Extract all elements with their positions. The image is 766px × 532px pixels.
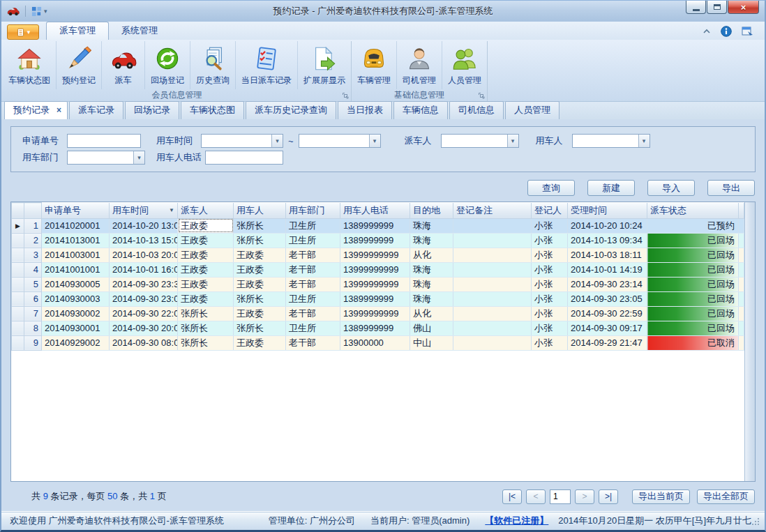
column-header-user[interactable]: 用车人 [234, 203, 286, 219]
user-combo[interactable]: ▾ [572, 134, 650, 148]
cell-accept-time[interactable]: 2014-09-30 23:05 [568, 291, 647, 306]
cell-destination[interactable]: 从化 [410, 306, 453, 321]
row-selector-cell[interactable] [12, 233, 24, 248]
table-row[interactable]: 6 20140930003 2014-09-30 23:00 王政委 张所长 卫… [12, 291, 744, 306]
cell-accept-time[interactable]: 2014-09-30 23:14 [568, 277, 647, 291]
dialog-launcher-icon[interactable] [478, 92, 485, 99]
cell-use-time[interactable]: 2014-09-30 08:00 [110, 335, 178, 350]
cell-phone[interactable]: 13900000 [340, 335, 410, 350]
cell-accept-time[interactable]: 2014-09-30 09:17 [568, 321, 647, 335]
cell-phone[interactable]: 1389999999 [340, 218, 410, 233]
query-button[interactable]: 查询 [527, 180, 575, 196]
chevron-down-icon[interactable]: ▾ [507, 135, 518, 147]
ribbon-tab-system[interactable]: 系统管理 [109, 22, 170, 40]
cell-accept-time[interactable]: 2014-10-20 10:24 [568, 218, 647, 233]
next-page-button[interactable]: > [575, 489, 594, 504]
layout-grid-button[interactable]: ▾ [31, 6, 47, 17]
ribbon-button-driver-manage[interactable]: 司机管理 [397, 41, 442, 89]
use-time-to-input[interactable] [299, 135, 369, 147]
cell-user[interactable]: 张所长 [234, 218, 286, 233]
status-cell[interactable]: 已回场 [647, 262, 739, 277]
cell-phone[interactable]: 1389999999 [340, 321, 410, 335]
prev-page-button[interactable]: < [526, 489, 546, 504]
close-button[interactable]: × [728, 1, 759, 14]
cell-use-time[interactable]: 2014-09-30 23:00 [110, 291, 178, 306]
user-input[interactable] [573, 135, 638, 147]
ribbon-button-vehicle-status[interactable]: 车辆状态图 [3, 41, 57, 89]
status-cell[interactable]: 已回场 [647, 321, 739, 335]
column-header-use-time[interactable]: 用车时间▼ [110, 203, 178, 219]
cell-destination[interactable]: 中山 [410, 335, 453, 350]
cell-phone[interactable]: 1389999999 [340, 233, 410, 248]
chevron-down-icon[interactable]: ▾ [271, 135, 283, 147]
cell-dispatcher[interactable]: 王政委 [178, 291, 234, 306]
row-selector-cell[interactable] [12, 306, 24, 321]
chevron-down-icon[interactable]: ▾ [133, 151, 144, 164]
cell-order-no[interactable]: 20140929002 [42, 335, 110, 350]
cell-dispatcher[interactable]: 王政委 [178, 233, 234, 248]
cell-user[interactable]: 王政委 [234, 248, 286, 262]
column-header-remark[interactable]: 登记备注 [453, 203, 532, 219]
cell-phone[interactable]: 13999999999 [340, 277, 410, 291]
cell-accept-time[interactable]: 2014-10-01 14:19 [568, 262, 647, 277]
cell-user[interactable]: 王政委 [234, 277, 286, 291]
ribbon-button-personnel-manage[interactable]: 人员管理 [442, 41, 487, 89]
cell-user[interactable]: 王政委 [234, 262, 286, 277]
cell-destination[interactable]: 珠海 [410, 291, 453, 306]
cell-accept-time[interactable]: 2014-10-03 18:11 [568, 248, 647, 262]
cell-order-no[interactable]: 20140930005 [42, 277, 110, 291]
column-header-order-no[interactable]: 申请单号 [42, 203, 110, 219]
export-button[interactable]: 导出 [707, 180, 755, 196]
column-header-accept-time[interactable]: 受理时间 [568, 203, 647, 219]
dept-combo[interactable]: ▾ [67, 151, 145, 165]
cell-user[interactable]: 张所长 [234, 321, 286, 335]
row-selector-cell[interactable] [12, 321, 24, 335]
cell-remark[interactable] [453, 277, 532, 291]
cell-registrar[interactable]: 小张 [532, 306, 568, 321]
cell-remark[interactable] [453, 321, 532, 335]
cell-dispatcher[interactable]: 王政委 [178, 218, 234, 233]
cell-registrar[interactable]: 小张 [532, 262, 568, 277]
status-cell[interactable]: 已取消 [647, 335, 739, 350]
doc-tab-personnel-manage[interactable]: 人员管理 [505, 101, 560, 119]
table-row[interactable]: 3 20141003001 2014-10-03 20:00 王政委 王政委 老… [12, 248, 744, 262]
use-time-from-input[interactable] [202, 135, 271, 147]
export-all-pages-button[interactable]: 导出全部页 [697, 489, 755, 504]
row-selector-cell[interactable] [12, 248, 24, 262]
status-cell[interactable]: 已回场 [647, 248, 739, 262]
cell-remark[interactable] [453, 306, 532, 321]
cell-use-time[interactable]: 2014-10-03 20:00 [110, 248, 178, 262]
cell-destination[interactable]: 珠海 [410, 262, 453, 277]
doc-tab-history-query[interactable]: 派车历史记录查询 [246, 101, 336, 119]
status-cell[interactable]: 已回场 [647, 306, 739, 321]
dept-input[interactable] [68, 151, 133, 164]
doc-tab-dispatch-records[interactable]: 派车记录 [69, 101, 123, 119]
chevron-down-icon[interactable]: ▾ [638, 135, 649, 147]
cell-dispatcher[interactable]: 张所长 [178, 321, 234, 335]
doc-tab-return-records[interactable]: 回场记录 [125, 101, 179, 119]
cell-destination[interactable]: 佛山 [410, 321, 453, 335]
app-menu-button[interactable]: ▾ [7, 24, 39, 40]
cell-dept[interactable]: 卫生所 [286, 321, 340, 335]
row-selector-cell[interactable] [12, 262, 24, 277]
cell-dispatcher[interactable]: 王政委 [178, 262, 234, 277]
phone-input[interactable] [205, 151, 283, 165]
use-time-from-combo[interactable]: ▾ [201, 134, 283, 148]
resize-grip[interactable] [751, 517, 759, 525]
cell-remark[interactable] [453, 262, 532, 277]
status-cell[interactable]: 已回场 [647, 277, 739, 291]
cell-accept-time[interactable]: 2014-10-13 09:34 [568, 233, 647, 248]
last-page-button[interactable]: >| [599, 489, 618, 504]
column-header-status[interactable]: 派车状态 [647, 203, 739, 219]
ribbon-button-dispatch[interactable]: 派车 [102, 41, 145, 89]
cell-user[interactable]: 张所长 [234, 291, 286, 306]
cell-order-no[interactable]: 20140930001 [42, 321, 110, 335]
cell-dept[interactable]: 老干部 [286, 335, 340, 350]
cell-registrar[interactable]: 小张 [532, 335, 568, 350]
table-row[interactable]: 7 20140930002 2014-09-30 22:00 张所长 王政委 老… [12, 306, 744, 321]
row-selector-cell[interactable] [12, 335, 24, 350]
cell-registrar[interactable]: 小张 [532, 291, 568, 306]
cell-use-time[interactable]: 2014-10-01 16:00 [110, 262, 178, 277]
cell-destination[interactable]: 珠海 [410, 218, 453, 233]
ribbon-button-reserve-register[interactable]: 预约登记 [57, 41, 102, 89]
